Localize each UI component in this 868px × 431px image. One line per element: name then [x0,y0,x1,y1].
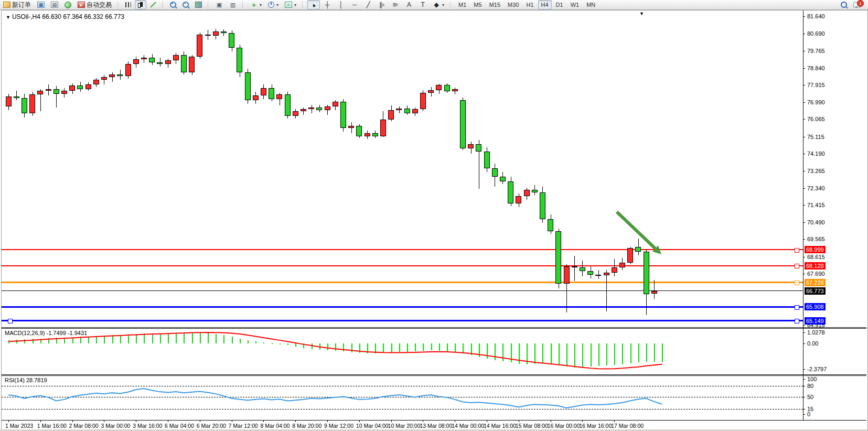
indicators-button[interactable]: +▾ [248,0,264,9]
candlestick-chart-button[interactable] [135,0,146,9]
main-panel-border [2,328,866,329]
hline-icon: ─ [351,2,358,8]
horizontal-line-object[interactable] [2,320,803,321]
trend-arrow-annotation[interactable] [2,10,867,430]
macd-histogram-bar [534,343,535,364]
periods-button[interactable]: ▾ [265,0,281,9]
arrows-button[interactable]: ◆▾ [430,0,447,9]
macd-panel-border [2,375,866,376]
macd-histogram-bar [24,339,25,343]
window-b-icon: ▥ [229,2,237,8]
candle [396,109,402,111]
time-axis-label: 1 Mar 16:00 [37,423,67,429]
time-axis-tick [519,421,519,422]
macd-histogram-bar [479,343,480,357]
horizontal-line-object[interactable] [2,282,803,283]
cascade-button[interactable]: ▥ [227,0,239,9]
time-axis-label: 16 Mar 00:00 [548,423,580,429]
candle [540,192,545,219]
line-handle[interactable] [795,264,799,268]
tile-windows-button[interactable] [192,0,205,9]
candle-wick [606,270,607,311]
text-label-button[interactable]: T [416,0,429,9]
price-axis-label: 74.190 [807,150,825,157]
bar-chart-button[interactable] [123,0,134,9]
candle [221,31,227,34]
macd-histogram-bar [527,343,528,364]
toolbar-separator [242,2,245,8]
macd-histogram-bar [423,343,424,351]
macd-histogram-bar [606,343,607,365]
timeframe-m1-button[interactable]: M1 [455,0,469,9]
price-axis-label: 68.615 [807,254,825,260]
templates-button-dropdown-icon[interactable]: ▾ [294,3,296,7]
notifications-chat-icon[interactable]: 1 [853,2,861,8]
chart-window[interactable]: ▼USOil-,H4 66.630 67.364 66.332 66.773 ▼… [1,10,868,431]
text-button[interactable]: A [403,0,415,9]
line-handle[interactable] [795,319,799,324]
toolbar-separator [117,2,120,8]
candle [253,95,259,100]
autotrading-button-label: 自动交易 [87,1,112,9]
chart-shift-marker[interactable]: ▼ [639,11,644,16]
horizontal-line-object[interactable] [2,306,803,308]
vertical-line-button[interactable]: │ [335,0,347,9]
fibonacci-button[interactable]: ≡F [389,0,402,9]
time-axis-tick [168,421,168,422]
price-axis-label: 77.915 [807,82,825,88]
timeframe-m5-button[interactable]: M5 [470,0,485,9]
tile-icon [195,2,202,8]
price-axis-label: 75.115 [807,134,824,140]
market-watch-button[interactable]: ▦ [35,0,47,9]
timeframe-h1-button[interactable]: H1 [523,0,537,9]
time-axis-tick [136,421,136,422]
candle [508,181,513,203]
mt4-terminal: 新订单▦▤▶自动交易+−▣▥+▾▾≈▾▲┼│─╱∥E≡FAT◆▾M1M5M15M… [0,0,868,431]
autotrading-button[interactable]: ▶自动交易 [75,0,114,9]
search-icon[interactable] [841,2,847,8]
templates-button[interactable]: ≈▾ [282,0,299,9]
data-window-button[interactable]: ▤ [48,0,61,9]
time-axis-tick [8,421,9,422]
line-handle[interactable] [8,319,13,324]
line-handle[interactable] [795,305,799,310]
line-chart-button[interactable] [147,0,159,9]
line-handle[interactable] [795,248,799,253]
cursor-button[interactable]: ▲ [307,0,320,9]
macd-histogram-bar [542,343,543,363]
new-order-button[interactable]: 新订单 [1,0,34,9]
candle [61,91,67,93]
timeframe-mn-button[interactable]: MN [583,0,598,9]
line-handle[interactable] [795,281,799,285]
macd-histogram-bar [367,343,368,353]
rsi-axis-label: 50 [807,394,813,400]
timeframe-h4-button[interactable]: H4 [538,0,552,9]
arrows-button-dropdown-icon[interactable]: ▾ [442,3,444,7]
chart-title-text: USOil-,H4 66.630 67.364 66.332 66.773 [12,13,124,20]
equidistant-channel-button[interactable]: ∥E [376,0,388,9]
signals-button[interactable] [62,0,74,9]
candle [484,152,490,168]
trendline-button[interactable]: ╱ [362,0,374,9]
price-axis-tick [803,51,805,51]
timeframe-d1-button[interactable]: D1 [553,0,566,9]
candle [460,100,466,148]
horizontal-line-object[interactable] [2,265,803,266]
time-axis-label: 3 Mar 16:00 [133,423,162,429]
crosshair-button[interactable]: ┼ [321,0,334,9]
zoom-out-button[interactable]: − [180,0,191,9]
symbol-dropdown-icon[interactable]: ▼ [6,15,10,20]
macd-histogram-bar [622,343,623,364]
macd-histogram-bar [343,343,344,351]
macd-histogram-bar [8,340,9,343]
timeframe-m30-button[interactable]: M30 [505,0,522,9]
timeframe-m15-button[interactable]: M15 [486,0,503,9]
horizontal-line-object[interactable] [2,249,803,250]
timeframe-w1-button[interactable]: W1 [567,0,583,9]
horizontal-line-button[interactable]: ─ [348,0,361,9]
zoom-in-button[interactable]: + [167,0,179,9]
periods-button-dropdown-icon[interactable]: ▾ [276,3,278,7]
fibonacci-icon: ≡F [392,2,399,8]
auto-arrange-button[interactable]: ▣ [213,0,226,9]
indicators-button-dropdown-icon[interactable]: ▾ [260,3,262,7]
